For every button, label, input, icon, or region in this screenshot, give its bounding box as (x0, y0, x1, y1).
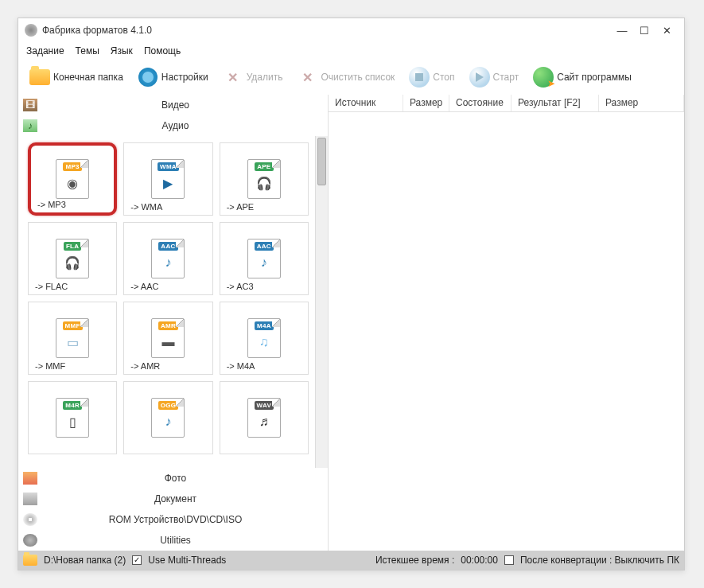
menu-help[interactable]: Помощь (144, 45, 181, 56)
col-result[interactable]: Результат [F2] (511, 95, 599, 111)
output-path[interactable]: D:\Новая папка (2) (44, 555, 126, 566)
format-glyph-icon: ◉ (62, 173, 83, 193)
format-tag: WMA (158, 162, 179, 171)
file-icon: AMR▬ (151, 318, 185, 358)
format-label: -> FLAC (35, 282, 68, 291)
folder-icon (29, 69, 50, 85)
scrollbar-thumb[interactable] (317, 138, 326, 185)
format-scroll-area: MP3◉-> MP3WMA▶-> WMAAPE🎧-> APEFLA🎧-> FLA… (18, 136, 328, 468)
x-icon: ✕ (302, 70, 313, 85)
format-m4a[interactable]: M4A♫-> M4A (220, 302, 309, 375)
globe-icon (533, 67, 554, 88)
after-convert-checkbox[interactable] (504, 555, 514, 565)
elapsed-time: 00:00:00 (461, 555, 498, 566)
format-grid: MP3◉-> MP3WMA▶-> WMAAPE🎧-> APEFLA🎧-> FLA… (18, 136, 315, 468)
menu-task[interactable]: Задание (26, 45, 64, 56)
file-icon: AAC♪ (151, 239, 185, 278)
x-icon: ✕ (228, 70, 238, 85)
file-icon: M4A♫ (247, 318, 281, 358)
multithread-checkbox[interactable]: ✓ (132, 555, 142, 565)
format-m4r[interactable]: M4R▯ (28, 381, 117, 454)
stop-icon (409, 67, 430, 88)
format-aac[interactable]: AAC♪-> AC3 (220, 222, 309, 295)
menubar: Задание Темы Язык Помощь (18, 42, 684, 60)
format-tag: APE (255, 162, 273, 171)
file-icon: M4R▯ (56, 398, 89, 438)
file-icon: AAC♪ (247, 239, 281, 278)
output-folder-button[interactable]: Конечная папка (25, 65, 128, 89)
format-label: -> APE (227, 202, 255, 212)
window-title: Фабрика форматов 4.1.0 (42, 25, 611, 36)
format-amr[interactable]: AMR▬-> AMR (123, 302, 212, 375)
col-state[interactable]: Состояние (449, 95, 511, 111)
category-audio[interactable]: ♪ Аудио (18, 115, 328, 136)
format-label: -> WMA (130, 202, 162, 212)
file-icon: MP3◉ (56, 159, 89, 199)
format-wma[interactable]: WMA▶-> WMA (123, 142, 212, 216)
gear-icon (138, 68, 158, 87)
menu-language[interactable]: Язык (111, 45, 133, 56)
format-label: -> AAC (130, 282, 158, 291)
category-video[interactable]: 🎞 Видео (18, 95, 328, 115)
format-glyph-icon: ♪ (158, 411, 178, 432)
format-tag: AAC (255, 242, 274, 251)
minimize-button[interactable]: — (611, 25, 633, 37)
format-glyph-icon: ♫ (254, 332, 274, 352)
format-ogg[interactable]: OGG♪ (123, 381, 212, 454)
category-photo[interactable]: Фото (18, 468, 328, 489)
menu-themes[interactable]: Темы (76, 45, 99, 56)
format-glyph-icon: 🎧 (254, 173, 274, 193)
format-ape[interactable]: APE🎧-> APE (220, 142, 309, 216)
file-icon: WMA▶ (151, 159, 185, 199)
format-aac[interactable]: AAC♪-> AAC (123, 222, 212, 295)
format-tag: OGG (158, 401, 179, 410)
format-glyph-icon: ▭ (62, 332, 83, 352)
category-rom[interactable]: ROM Устройство\DVD\CD\ISO (18, 509, 328, 530)
audio-icon: ♪ (23, 119, 37, 132)
format-label: -> AMR (130, 361, 160, 371)
format-label: -> MP3 (37, 200, 66, 209)
document-icon (23, 493, 37, 505)
file-icon: WAV♬ (247, 398, 281, 438)
col-source[interactable]: Источник (329, 95, 403, 111)
format-label: -> AC3 (227, 282, 254, 291)
app-icon (25, 24, 37, 37)
elapsed-label: Истекшее время : (375, 555, 454, 566)
format-glyph-icon: 🎧 (62, 252, 83, 273)
file-icon: MMF▭ (56, 318, 89, 358)
format-tag: M4R (63, 401, 82, 410)
vertical-scrollbar[interactable] (315, 136, 328, 468)
format-tag: AAC (158, 242, 177, 251)
multithread-label: Use Multi-Threads (148, 555, 226, 566)
website-button[interactable]: Сайт программы (528, 65, 636, 89)
category-utilities[interactable]: Utilities (18, 530, 328, 551)
maximize-button[interactable]: ☐ (633, 25, 655, 37)
app-window: Фабрика форматов 4.1.0 — ☐ ✕ Задание Тем… (18, 18, 685, 570)
format-tag: M4A (255, 321, 274, 330)
start-button[interactable]: Старт (465, 65, 524, 89)
settings-button[interactable]: Настройки (133, 65, 213, 89)
stop-button[interactable]: Стоп (404, 65, 459, 89)
delete-button[interactable]: ✕ Удалить (218, 65, 288, 89)
format-wav[interactable]: WAV♬ (220, 381, 309, 454)
format-label: -> M4A (227, 361, 255, 371)
format-glyph-icon: ▬ (158, 332, 178, 352)
file-icon: APE🎧 (247, 159, 281, 199)
right-panel: Источник Размер Состояние Результат [F2]… (329, 95, 684, 551)
format-mmf[interactable]: MMF▭-> MMF (28, 302, 117, 375)
clear-list-button[interactable]: ✕ Очистить список (292, 65, 399, 89)
format-tag: FLA (64, 242, 81, 251)
format-glyph-icon: ♪ (254, 252, 274, 273)
col-size2[interactable]: Размер (599, 95, 684, 111)
format-label: -> MMF (35, 361, 65, 371)
column-headers: Источник Размер Состояние Результат [F2]… (329, 95, 684, 112)
format-glyph-icon: ▶ (158, 173, 178, 193)
format-fla[interactable]: FLA🎧-> FLAC (28, 222, 117, 295)
col-size[interactable]: Размер (403, 95, 449, 111)
folder-small-icon[interactable] (23, 555, 37, 566)
close-button[interactable]: ✕ (655, 25, 678, 37)
toolbar: Конечная папка Настройки ✕ Удалить ✕ Очи… (18, 60, 684, 95)
file-icon: OGG♪ (151, 398, 185, 438)
format-mp3[interactable]: MP3◉-> MP3 (28, 142, 117, 216)
category-document[interactable]: Документ (18, 489, 328, 509)
